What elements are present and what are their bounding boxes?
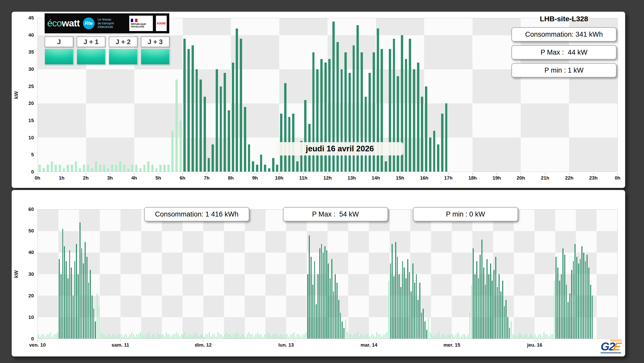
bar xyxy=(387,332,388,339)
bar xyxy=(588,268,589,339)
weekly-plot-area[interactable] xyxy=(37,209,618,339)
bar xyxy=(236,28,238,172)
bar xyxy=(355,334,356,339)
bar xyxy=(252,161,254,172)
bar xyxy=(521,334,522,339)
bar xyxy=(304,100,306,172)
bar xyxy=(276,332,277,339)
bar xyxy=(578,263,579,339)
bar xyxy=(73,296,74,339)
bar xyxy=(323,253,324,339)
bar xyxy=(228,334,229,339)
bar xyxy=(552,334,553,339)
bar xyxy=(473,248,474,339)
bar xyxy=(485,285,486,339)
bar xyxy=(542,337,543,339)
bar xyxy=(425,86,427,172)
x-tick-label: jeu. 16 xyxy=(527,342,542,348)
weekly-consumption-panel: kW 6050403020100 ven. 10sam. 11dim. 12lu… xyxy=(12,190,625,357)
bar xyxy=(285,334,286,339)
bar xyxy=(326,250,327,339)
bar xyxy=(368,334,369,339)
bars xyxy=(38,210,617,339)
bar xyxy=(273,334,274,339)
bar xyxy=(400,287,401,339)
bar xyxy=(481,240,482,339)
ecowatt-logo: écowatt Rte Le réseau de transport d'éle… xyxy=(45,13,169,33)
x-tick-label: 22h xyxy=(565,175,573,181)
ecowatt-eco-text: éco xyxy=(47,18,62,28)
bar xyxy=(347,332,348,339)
x-tick-label: 8h xyxy=(228,175,234,181)
tab-j[interactable]: J xyxy=(45,36,73,47)
bar xyxy=(404,268,405,339)
bar xyxy=(115,165,117,172)
bar xyxy=(80,222,81,339)
tab-j2[interactable]: J + 2 xyxy=(109,36,137,47)
bar xyxy=(236,332,237,339)
daily-consumption-stat: Consommation: 341 kWh xyxy=(511,27,617,42)
bar xyxy=(78,274,79,339)
bar xyxy=(196,69,198,172)
y-tick-label: 60 xyxy=(28,207,34,212)
ecowatt-signal-j[interactable] xyxy=(45,49,73,65)
bar xyxy=(321,244,322,339)
bar xyxy=(292,334,293,339)
bar xyxy=(81,248,82,339)
rte-logo: Rte xyxy=(83,17,95,29)
ecowatt-signal-j2[interactable] xyxy=(109,49,137,65)
rte-tagline: Le réseau de transport d'électricité xyxy=(98,18,126,29)
bar xyxy=(554,281,555,339)
bar xyxy=(228,110,230,172)
bar xyxy=(378,334,379,339)
bar xyxy=(123,337,124,339)
ecowatt-signal-thumbnails xyxy=(45,49,170,65)
bar xyxy=(455,334,457,339)
bar xyxy=(547,334,548,339)
bar xyxy=(220,86,222,172)
bar xyxy=(380,334,381,339)
ecowatt-signal-j3[interactable] xyxy=(141,49,170,65)
y-tick-label: 5 xyxy=(31,152,34,158)
tab-j1[interactable]: J + 1 xyxy=(77,36,105,47)
bar xyxy=(43,168,45,172)
bar xyxy=(186,337,187,339)
bar xyxy=(260,155,262,172)
bar xyxy=(414,283,415,339)
bar xyxy=(421,313,422,339)
bar xyxy=(63,168,65,172)
bar xyxy=(276,165,278,172)
daily-consumption-panel: kW 454035302520151050 jeudi 16 avril 202… xyxy=(12,12,625,188)
bar xyxy=(183,39,186,172)
bar xyxy=(224,73,226,172)
ecowatt-signal-j1[interactable] xyxy=(77,49,105,65)
bar xyxy=(506,300,507,339)
bar xyxy=(100,332,101,339)
bar xyxy=(497,287,498,339)
bar xyxy=(443,334,444,339)
bar xyxy=(402,261,403,339)
bar xyxy=(163,165,166,172)
bar xyxy=(530,334,531,339)
bar xyxy=(124,334,125,339)
bar xyxy=(390,263,391,339)
y-tick-label: 40 xyxy=(28,32,34,38)
bar xyxy=(335,274,336,339)
bar xyxy=(173,334,174,339)
bar xyxy=(450,334,451,339)
bar xyxy=(295,337,296,339)
bar xyxy=(119,161,121,172)
bar xyxy=(571,270,572,339)
bar xyxy=(250,334,251,339)
bar xyxy=(304,334,305,339)
bar xyxy=(511,321,512,339)
bar xyxy=(407,259,408,339)
bar xyxy=(385,334,386,339)
bar xyxy=(371,334,372,339)
weekly-pmin-stat: P min : 0 kW xyxy=(413,207,518,221)
bar xyxy=(54,334,55,339)
bar xyxy=(121,334,122,339)
bar xyxy=(176,332,177,339)
bar xyxy=(381,337,382,339)
tab-j3[interactable]: J + 3 xyxy=(141,36,170,47)
